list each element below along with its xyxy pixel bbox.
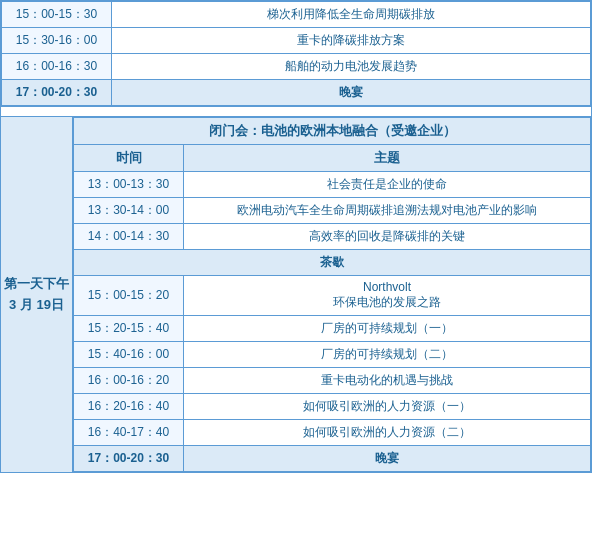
content-cell: 重卡电动化的机遇与挑战 bbox=[184, 368, 591, 394]
schedule-table: 15：00-15：30 梯次利用降低全生命周期碳排放 15：30-16：00 重… bbox=[0, 0, 592, 473]
time-cell: 16：20-16：40 bbox=[74, 394, 184, 420]
time-cell: 13：00-13：30 bbox=[74, 172, 184, 198]
col-theme-header: 主题 bbox=[184, 145, 591, 172]
dinner-row: 17：00-20：30 晚宴 bbox=[74, 446, 591, 472]
content-cell: 高效率的回收是降碳排的关键 bbox=[184, 224, 591, 250]
tea-break-row: 茶歇 bbox=[74, 250, 591, 276]
time-cell: 16：00-16：30 bbox=[2, 54, 112, 80]
time-cell: 17：00-20：30 bbox=[2, 80, 112, 106]
closed-door-title: 闭门会：电池的欧洲本地融合（受邀企业） bbox=[74, 118, 591, 145]
content-cell: 厂房的可持续规划（一） bbox=[184, 316, 591, 342]
dinner-content: 晚宴 bbox=[112, 80, 591, 106]
time-cell: 15：00-15：30 bbox=[2, 2, 112, 28]
top-row-2: 15：30-16：00 重卡的降碳排放方案 bbox=[2, 28, 591, 54]
schedule-row: 16：40-17：40 如何吸引欧洲的人力资源（二） bbox=[74, 420, 591, 446]
col-header-row: 时间 主题 bbox=[74, 145, 591, 172]
time-cell: 15：30-16：00 bbox=[2, 28, 112, 54]
northvolt-line1: Northvolt bbox=[190, 280, 584, 294]
schedule-row: 14：00-14：30 高效率的回收是降碳排的关键 bbox=[74, 224, 591, 250]
schedule-row: 16：00-16：20 重卡电动化的机遇与挑战 bbox=[74, 368, 591, 394]
dinner-content: 晚宴 bbox=[184, 446, 591, 472]
content-cell: 船舶的动力电池发展趋势 bbox=[112, 54, 591, 80]
top-row-1: 15：00-15：30 梯次利用降低全生命周期碳排放 bbox=[2, 2, 591, 28]
time-cell: 13：30-14：00 bbox=[74, 198, 184, 224]
top-section-row: 15：00-15：30 梯次利用降低全生命周期碳排放 15：30-16：00 重… bbox=[1, 1, 592, 107]
content-cell: 厂房的可持续规划（二） bbox=[184, 342, 591, 368]
time-cell: 14：00-14：30 bbox=[74, 224, 184, 250]
content-cell: 欧洲电动汽车全生命周期碳排追溯法规对电池产业的影响 bbox=[184, 198, 591, 224]
schedule-row: 16：20-16：40 如何吸引欧洲的人力资源（一） bbox=[74, 394, 591, 420]
content-cell: 社会责任是企业的使命 bbox=[184, 172, 591, 198]
content-cell: 如何吸引欧洲的人力资源（一） bbox=[184, 394, 591, 420]
top-inner-table: 15：00-15：30 梯次利用降低全生命周期碳排放 15：30-16：00 重… bbox=[1, 1, 591, 106]
bottom-section-row: 第一天下午 3 月 19日 闭门会：电池的欧洲本地融合（受邀企业） 时间 主题 … bbox=[1, 117, 592, 473]
closed-door-title-row: 闭门会：电池的欧洲本地融合（受邀企业） bbox=[74, 118, 591, 145]
day-label: 第一天下午 3 月 19日 bbox=[1, 117, 73, 473]
northvolt-content: Northvolt 环保电池的发展之路 bbox=[184, 276, 591, 316]
content-cell: 重卡的降碳排放方案 bbox=[112, 28, 591, 54]
spacer-row bbox=[1, 107, 592, 117]
time-cell: 17：00-20：30 bbox=[74, 446, 184, 472]
top-row-3: 16：00-16：30 船舶的动力电池发展趋势 bbox=[2, 54, 591, 80]
northvolt-line2: 环保电池的发展之路 bbox=[190, 294, 584, 311]
time-cell: 15：20-15：40 bbox=[74, 316, 184, 342]
content-cell: 梯次利用降低全生命周期碳排放 bbox=[112, 2, 591, 28]
time-cell: 16：00-16：20 bbox=[74, 368, 184, 394]
tea-content: 茶歇 bbox=[74, 250, 591, 276]
content-cell: 如何吸引欧洲的人力资源（二） bbox=[184, 420, 591, 446]
northvolt-row: 15：00-15：20 Northvolt 环保电池的发展之路 bbox=[74, 276, 591, 316]
day-label-line1: 第一天下午 bbox=[1, 274, 72, 295]
time-cell: 15：00-15：20 bbox=[74, 276, 184, 316]
time-cell: 15：40-16：00 bbox=[74, 342, 184, 368]
schedule-row: 15：20-15：40 厂房的可持续规划（一） bbox=[74, 316, 591, 342]
top-dinner-row: 17：00-20：30 晚宴 bbox=[2, 80, 591, 106]
bottom-inner-table: 闭门会：电池的欧洲本地融合（受邀企业） 时间 主题 13：00-13：30 社会… bbox=[73, 117, 591, 472]
schedule-row: 15：40-16：00 厂房的可持续规划（二） bbox=[74, 342, 591, 368]
day-label-line2: 3 月 19日 bbox=[1, 295, 72, 316]
schedule-row: 13：30-14：00 欧洲电动汽车全生命周期碳排追溯法规对电池产业的影响 bbox=[74, 198, 591, 224]
schedule-row: 13：00-13：30 社会责任是企业的使命 bbox=[74, 172, 591, 198]
col-time-header: 时间 bbox=[74, 145, 184, 172]
time-cell: 16：40-17：40 bbox=[74, 420, 184, 446]
